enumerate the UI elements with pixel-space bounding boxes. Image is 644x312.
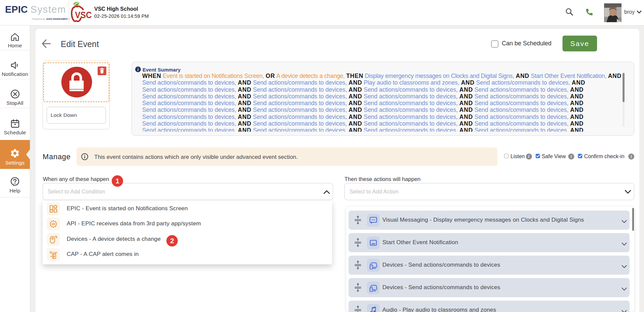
svg-text:VSC: VSC bbox=[75, 10, 92, 20]
